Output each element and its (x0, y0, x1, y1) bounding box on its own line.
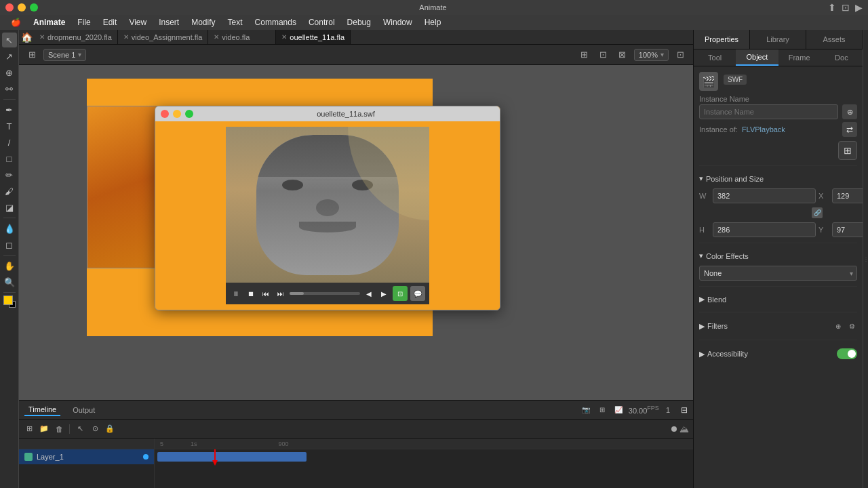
resize-handle-btn[interactable]: ⊟ (681, 405, 688, 415)
menu-edit[interactable]: Edit (98, 16, 123, 28)
accessibility-toggle[interactable] (837, 348, 857, 359)
pencil-tool[interactable]: ✏ (2, 167, 17, 182)
swf-maximize-button[interactable] (185, 110, 193, 118)
x-input[interactable] (832, 188, 863, 203)
swf-window[interactable]: ouellette_11a.swf (155, 106, 500, 310)
timeline-graph-button[interactable]: 📈 (612, 404, 625, 416)
timeline-camera-button[interactable]: 📷 (580, 404, 592, 416)
transform-tool[interactable]: ⊕ (2, 65, 17, 80)
tab-ouellette[interactable]: ✕ ouellette_11a.fla (276, 30, 351, 44)
layer-1-row[interactable]: Layer_1 (19, 449, 154, 464)
menu-debug[interactable]: Debug (342, 16, 376, 28)
filters-add-icon[interactable]: ⊕ (833, 321, 844, 331)
stop-button[interactable]: ⏹ (245, 287, 257, 300)
new-layer-button[interactable]: ⊞ (23, 423, 35, 435)
menu-file[interactable]: File (72, 16, 96, 28)
chat-button[interactable]: 💬 (410, 286, 425, 301)
scene-selector[interactable]: Scene 1 ▾ (43, 49, 86, 61)
zoom-control[interactable]: 100% ▾ (634, 49, 669, 61)
output-tab[interactable]: Output (68, 405, 99, 415)
lock-proportions-icon[interactable]: 🔗 (812, 207, 823, 218)
timeline-tab[interactable]: Timeline (24, 404, 60, 416)
color-effects-header[interactable]: ▾ Color Effects (699, 249, 857, 263)
menu-modify[interactable]: Modify (186, 16, 220, 28)
play-pause-button[interactable]: ⏸ (230, 287, 242, 300)
filters-gear-icon[interactable]: ⚙ (846, 321, 857, 331)
mac-maximize-button[interactable] (30, 3, 38, 12)
fill-color[interactable] (3, 296, 13, 305)
text-tool[interactable]: T (2, 119, 17, 134)
subselect-tool[interactable]: ↗ (2, 49, 17, 64)
play-icon[interactable]: ▶ (855, 2, 863, 13)
pen-tool[interactable]: ✒ (2, 102, 17, 117)
tool-subtab[interactable]: Tool (694, 49, 736, 66)
zoom-tool[interactable]: 🔍 (2, 274, 17, 289)
playhead[interactable] (214, 449, 216, 464)
menu-control[interactable]: Control (303, 16, 340, 28)
instance-action-icon[interactable]: ⊕ (842, 104, 857, 119)
home-button[interactable]: 🏠 (19, 30, 34, 45)
volume-forward-button[interactable]: ▶ (378, 287, 390, 300)
tab-close-video-assignment[interactable]: ✕ (123, 33, 129, 41)
instance-of-value[interactable]: FLVPlayback (742, 125, 838, 134)
tab-video[interactable]: ✕ video.fla (208, 30, 276, 44)
rect-tool[interactable]: □ (2, 151, 17, 166)
properties-tab[interactable]: Properties (694, 30, 750, 49)
timeline-add-button[interactable]: ⊞ (596, 404, 608, 416)
back-button[interactable]: ⏮ (260, 287, 272, 300)
share-icon[interactable]: ⬆ (828, 2, 836, 13)
delete-layer-button[interactable]: 🗑 (53, 423, 65, 435)
instance-name-input[interactable] (699, 104, 838, 119)
tab-dropmenu[interactable]: ✕ dropmenu_2020.fla (34, 30, 118, 44)
color-selector[interactable] (3, 296, 16, 308)
swf-minimize-button[interactable] (173, 110, 181, 118)
select-tool[interactable]: ↖ (2, 33, 17, 47)
tab-close-ouellette[interactable]: ✕ (281, 33, 287, 41)
menu-window[interactable]: Window (378, 16, 418, 28)
tl-onion-skin[interactable]: ⊙ (89, 423, 101, 435)
lasso-tool[interactable]: ⚯ (2, 81, 17, 96)
tab-video-assignment[interactable]: ✕ video_Assignment.fla (118, 30, 209, 44)
mac-minimize-button[interactable] (18, 3, 26, 12)
menu-view[interactable]: View (123, 16, 152, 28)
snapping-icon[interactable]: ⊠ (615, 47, 630, 62)
tab-close-video[interactable]: ✕ (214, 33, 219, 41)
fullscreen-icon[interactable]: ⊡ (842, 2, 850, 13)
forward-button[interactable]: ⏭ (275, 287, 287, 300)
doc-subtab[interactable]: Doc (821, 49, 863, 66)
menu-commands[interactable]: Commands (250, 16, 302, 28)
menu-app[interactable]: Animate (28, 18, 71, 27)
filters-header[interactable]: ▶ Filters ⊕ ⚙ (699, 318, 857, 334)
progress-bar[interactable] (290, 292, 360, 295)
tl-lock-tool[interactable]: 🔒 (104, 423, 116, 435)
menu-insert[interactable]: Insert (153, 16, 184, 28)
screen-button[interactable]: ⊡ (393, 286, 408, 301)
menu-apple[interactable]: 🍎 (5, 16, 26, 28)
swf-close-button[interactable] (161, 110, 169, 118)
line-tool[interactable]: / (2, 135, 17, 150)
brush-tool[interactable]: 🖌 (2, 184, 17, 199)
width-input[interactable] (713, 188, 816, 203)
tl-select-tool[interactable]: ↖ (74, 423, 86, 435)
y-input[interactable] (832, 222, 863, 237)
snap-icon[interactable]: ⊡ (596, 47, 611, 62)
align-icon[interactable]: ⊞ (577, 47, 592, 62)
object-subtab[interactable]: Object (736, 49, 778, 66)
assets-tab[interactable]: Assets (806, 30, 863, 49)
menu-help[interactable]: Help (419, 16, 447, 28)
position-size-header[interactable]: ▾ Position and Size (699, 171, 857, 186)
blend-header[interactable]: ▶ Blend (699, 292, 857, 306)
eyedropper-tool[interactable]: 💧 (2, 221, 17, 236)
clip-icon[interactable]: ⊡ (673, 47, 688, 62)
instance-swap-icon[interactable]: ⇄ (842, 122, 857, 137)
library-tab[interactable]: Library (750, 30, 806, 49)
fill-tool[interactable]: ◪ (2, 200, 17, 215)
stage-icon[interactable]: ⊞ (24, 47, 39, 62)
tab-close-dropmenu[interactable]: ✕ (39, 33, 45, 41)
accessibility-header[interactable]: ▶ Accessibility (699, 346, 857, 362)
height-input[interactable] (713, 222, 816, 237)
volume-back-button[interactable]: ◀ (363, 287, 375, 300)
hand-tool[interactable]: ✋ (2, 258, 17, 273)
edit-symbol-icon[interactable]: ⊞ (838, 141, 857, 160)
menu-text[interactable]: Text (222, 16, 248, 28)
